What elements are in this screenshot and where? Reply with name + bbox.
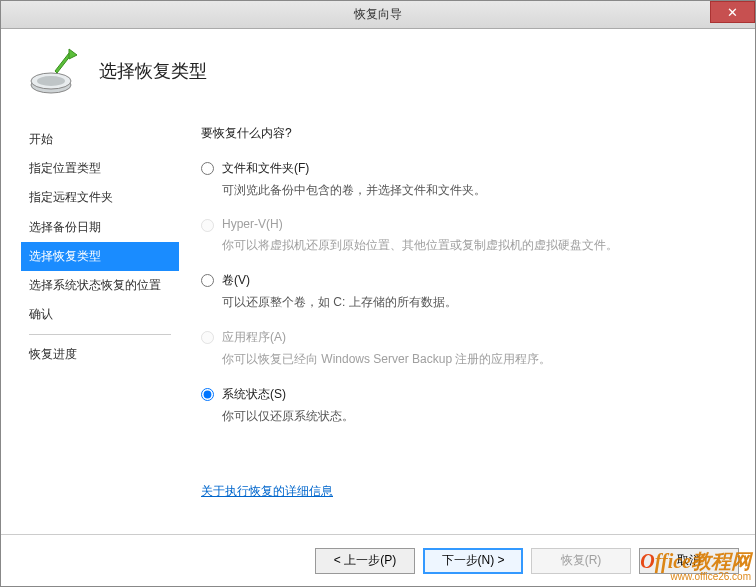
option-radio-apps xyxy=(201,331,214,344)
option-hyperv: Hyper-V(H) xyxy=(201,217,717,232)
main-panel: 要恢复什么内容? 文件和文件夹(F)可浏览此备份中包含的卷，并选择文件和文件夹。… xyxy=(179,115,745,500)
wizard-footer: < 上一步(P) 下一步(N) > 恢复(R) 取消 xyxy=(1,534,755,586)
option-files[interactable]: 文件和文件夹(F) xyxy=(201,160,717,177)
window-title: 恢复向导 xyxy=(354,6,402,23)
main-prompt: 要恢复什么内容? xyxy=(201,125,717,142)
option-label-sysstate: 系统状态(S) xyxy=(222,386,286,403)
sidebar-step-3[interactable]: 选择备份日期 xyxy=(21,213,179,242)
prev-button[interactable]: < 上一步(P) xyxy=(315,548,415,574)
option-desc-apps: 你可以恢复已经向 Windows Server Backup 注册的应用程序。 xyxy=(222,350,717,368)
cancel-button[interactable]: 取消 xyxy=(639,548,739,574)
titlebar: 恢复向导 ✕ xyxy=(1,1,755,29)
sidebar-step-6[interactable]: 确认 xyxy=(21,300,179,329)
wizard-body: 开始指定位置类型指定远程文件夹选择备份日期选择恢复类型选择系统状态恢复的位置确认… xyxy=(1,105,755,500)
sidebar-step-1[interactable]: 指定位置类型 xyxy=(21,154,179,183)
option-sysstate[interactable]: 系统状态(S) xyxy=(201,386,717,403)
option-radio-sysstate[interactable] xyxy=(201,388,214,401)
svg-point-2 xyxy=(37,76,65,86)
option-label-apps: 应用程序(A) xyxy=(222,329,286,346)
option-desc-files: 可浏览此备份中包含的卷，并选择文件和文件夹。 xyxy=(222,181,717,199)
option-label-hyperv: Hyper-V(H) xyxy=(222,217,283,231)
step-sidebar: 开始指定位置类型指定远程文件夹选择备份日期选择恢复类型选择系统状态恢复的位置确认… xyxy=(11,115,179,500)
option-radio-hyperv xyxy=(201,219,214,232)
sidebar-post-step-0[interactable]: 恢复进度 xyxy=(21,340,179,369)
option-desc-sysstate: 你可以仅还原系统状态。 xyxy=(222,407,717,425)
option-label-files: 文件和文件夹(F) xyxy=(222,160,309,177)
option-label-volumes: 卷(V) xyxy=(222,272,250,289)
sidebar-step-5[interactable]: 选择系统状态恢复的位置 xyxy=(21,271,179,300)
option-volumes[interactable]: 卷(V) xyxy=(201,272,717,289)
page-title: 选择恢复类型 xyxy=(99,59,207,83)
close-icon: ✕ xyxy=(727,5,738,20)
option-apps: 应用程序(A) xyxy=(201,329,717,346)
recover-button: 恢复(R) xyxy=(531,548,631,574)
sidebar-step-0[interactable]: 开始 xyxy=(21,125,179,154)
close-button[interactable]: ✕ xyxy=(710,1,755,23)
option-radio-volumes[interactable] xyxy=(201,274,214,287)
sidebar-separator xyxy=(29,334,171,335)
wizard-header: 选择恢复类型 xyxy=(1,29,755,105)
details-link[interactable]: 关于执行恢复的详细信息 xyxy=(201,483,333,500)
sidebar-step-2[interactable]: 指定远程文件夹 xyxy=(21,183,179,212)
option-desc-hyperv: 你可以将虚拟机还原到原始位置、其他位置或复制虚拟机的虚拟硬盘文件。 xyxy=(222,236,717,254)
next-button[interactable]: 下一步(N) > xyxy=(423,548,523,574)
sidebar-step-4[interactable]: 选择恢复类型 xyxy=(21,242,179,271)
option-radio-files[interactable] xyxy=(201,162,214,175)
option-desc-volumes: 可以还原整个卷，如 C: 上存储的所有数据。 xyxy=(222,293,717,311)
restore-wizard-icon xyxy=(29,47,81,95)
